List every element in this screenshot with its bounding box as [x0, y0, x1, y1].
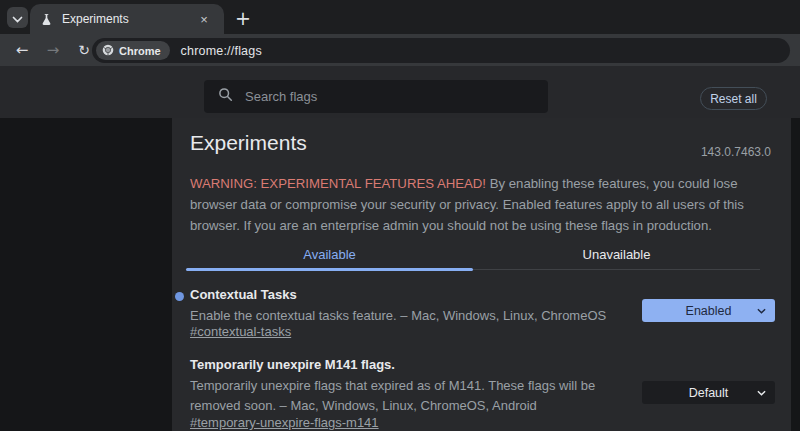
reload-icon: ↻ [78, 42, 90, 58]
back-button[interactable]: ← [9, 37, 35, 63]
warning-text: WARNING: EXPERIMENTAL FEATURES AHEAD! By… [190, 173, 780, 236]
new-tab-button[interactable]: + [230, 5, 256, 31]
flask-icon [40, 13, 53, 26]
flag-value-select[interactable]: Default [642, 381, 775, 404]
flags-tab-bar: Available Unavailable [186, 244, 760, 270]
tab-available[interactable]: Available [186, 244, 473, 269]
forward-button[interactable]: → [40, 37, 66, 63]
selected-value: Enabled [686, 304, 732, 318]
search-box [204, 80, 548, 113]
address-bar[interactable]: Chrome chrome://flags [92, 38, 790, 63]
browser-tab[interactable]: Experiments × [30, 4, 224, 34]
tab-unavailable[interactable]: Unavailable [473, 244, 760, 269]
chrome-site-chip[interactable]: Chrome [96, 41, 170, 60]
chip-label: Chrome [119, 45, 161, 57]
experiments-panel: Experiments 143.0.7463.0 WARNING: EXPERI… [172, 118, 791, 431]
modified-flag-dot [175, 292, 184, 301]
tab-close-button[interactable]: × [196, 11, 212, 27]
page-title: Experiments [190, 131, 307, 155]
chevron-down-icon [757, 308, 766, 314]
warning-strong: WARNING: EXPERIMENTAL FEATURES AHEAD! [190, 176, 486, 191]
tab-title: Experiments [62, 12, 196, 26]
flags-header-band: Reset all [0, 66, 800, 118]
version-label: 143.0.7463.0 [701, 145, 771, 159]
tab-search-button[interactable] [7, 7, 28, 28]
back-arrow-icon: ← [16, 41, 29, 59]
active-tab-indicator [186, 268, 473, 271]
flag-value-select[interactable]: Enabled [642, 299, 775, 322]
search-icon [218, 87, 233, 106]
flag-permalink[interactable]: #temporary-unexpire-flags-m141 [190, 415, 379, 430]
chevron-down-icon [757, 390, 766, 396]
reset-all-button[interactable]: Reset all [700, 87, 767, 110]
flag-title: Temporarily unexpire M141 flags. [190, 357, 395, 372]
plus-icon: + [235, 7, 251, 29]
selected-value: Default [689, 386, 729, 400]
url-text: chrome://flags [181, 44, 262, 58]
chrome-logo-icon [102, 42, 114, 60]
flag-description: Enable the contextual tasks feature. – M… [190, 306, 606, 326]
search-flags-input[interactable] [245, 89, 495, 104]
flag-title: Contextual Tasks [190, 287, 297, 302]
browser-toolbar: ← → ↻ Chrome chrome://flags [0, 34, 800, 66]
flag-permalink[interactable]: #contextual-tasks [190, 324, 291, 339]
chevron-down-icon [12, 9, 23, 27]
forward-arrow-icon: → [47, 41, 60, 59]
browser-window: Experiments × + ← → ↻ [0, 0, 800, 431]
close-icon: × [200, 12, 208, 27]
flag-description: Temporarily unexpire flags that expired … [190, 376, 635, 416]
